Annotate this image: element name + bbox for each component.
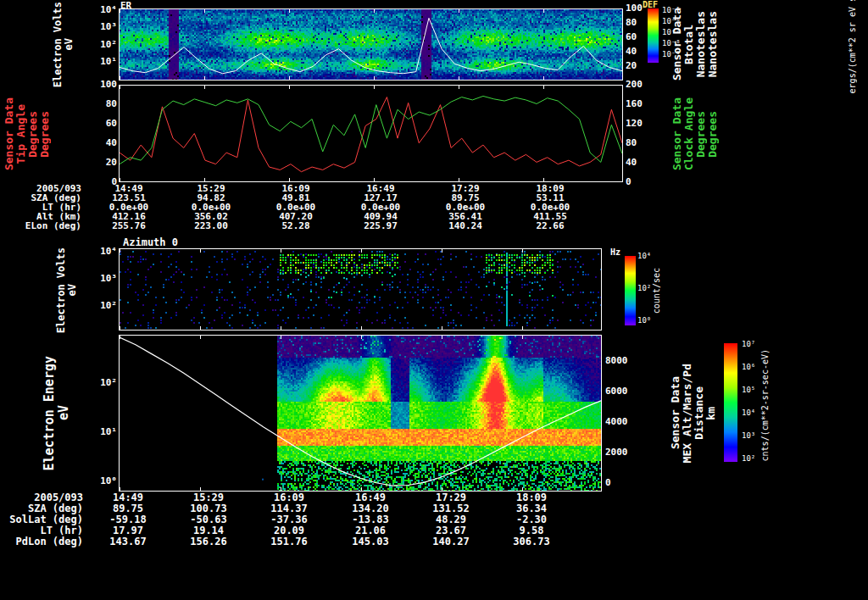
energy-colorbar-tick: 10⁷ <box>742 339 765 349</box>
azimuth-left-tick: 10³ <box>85 274 117 284</box>
axis-label-line: Sensor Data <box>670 376 682 449</box>
angle-right-tick: 200 <box>626 80 651 90</box>
er-left-tick: 10⁴ <box>88 5 117 15</box>
axis-label-line: MEX Alt/Mars/Pd <box>682 364 693 463</box>
axis-label-line: Degrees <box>707 111 719 158</box>
units-text: ergs/(cm**2 sr eV s) <box>848 0 857 93</box>
table-cell: 145.03 <box>341 536 400 547</box>
er-left-tick: 10² <box>88 40 117 50</box>
table-cell: 52.28 <box>266 221 326 231</box>
azimuth-colorbar-tick: 10⁴ <box>637 251 659 261</box>
axis-label-line: Tip Angle <box>15 104 27 164</box>
table-cell: 151.76 <box>259 536 319 547</box>
energy-colorbar-tick: 10⁴ <box>742 408 765 418</box>
energy-left-tick: 10⁰ <box>85 476 117 486</box>
azimuth-spectrogram-panel <box>119 248 602 331</box>
er-spectrogram-panel <box>119 8 623 81</box>
energy-colorbar-tick: 10³ <box>742 431 765 441</box>
angle-right-tick: 160 <box>626 99 651 109</box>
axis-label-line: Sensor Data <box>671 97 683 170</box>
er-right-tick: 40 <box>626 47 651 57</box>
er-colorbar-tick: 10⁻⁹ <box>662 49 687 59</box>
table-row-label: ELon (deg) <box>0 221 81 231</box>
azimuth-panel-title: Azimuth 0 <box>123 236 178 248</box>
axis-label-line: Sensor Data <box>3 97 15 170</box>
azimuth-left-tick: 10⁴ <box>85 247 117 257</box>
angle-left-tick: 80 <box>88 99 117 109</box>
angle-left-tick: 100 <box>88 80 117 90</box>
azimuth-spectrogram-canvas <box>120 249 601 330</box>
er-right-tick: 20 <box>626 61 651 71</box>
energy-spectrogram-panel <box>119 335 602 492</box>
angle-plot-canvas <box>120 86 622 181</box>
energy-colorbar-tick: 10⁶ <box>742 362 765 372</box>
axis-label-line: eV <box>64 38 75 50</box>
energy-colorbar-units: cnts/(cm**2-sr-sec-eV) <box>760 337 770 473</box>
er-right-tick: 80 <box>626 18 651 28</box>
er-colorbar-tick: 10⁻⁸ <box>662 38 687 48</box>
axis-label-line: Nanoteslas <box>707 11 719 77</box>
axis-label-line: Nanoteslas <box>695 11 707 77</box>
er-right-tick: 60 <box>626 32 651 42</box>
azimuth-left-tick: 10² <box>85 301 117 311</box>
energy-right-tick: 6000 <box>605 386 639 397</box>
table-cell: 255.76 <box>99 221 159 231</box>
er-colorbar-units: ergs/(cm**2 sr eV s) <box>848 2 857 83</box>
energy-colorbar-tick: 10² <box>742 453 765 464</box>
energy-left-tick: 10¹ <box>85 427 117 437</box>
table-cell: 143.67 <box>98 536 158 547</box>
plot-page: ER Electron Volts eV Sensor Data Btotal … <box>0 0 868 600</box>
er-left-tick: 10¹ <box>88 57 117 67</box>
axis-label-line: Degrees <box>27 111 39 158</box>
azimuth-colorbar-title: Hz <box>610 247 620 257</box>
energy-colorbar <box>724 343 737 462</box>
angle-left-tick: 40 <box>88 138 117 148</box>
table-cell: 306.73 <box>502 536 561 547</box>
er-left-tick: 10³ <box>88 22 117 32</box>
clock-angle-axis-label: Sensor Data Clock Angle Degrees Degrees <box>671 86 719 181</box>
energy-right-axis-label: Sensor Data MEX Alt/Mars/Pd Distance km <box>670 343 717 483</box>
axis-label-line: Degrees <box>695 111 707 158</box>
energy-left-axis-label: Electron Energy eV <box>42 339 71 487</box>
angle-right-tick: 0 <box>626 177 651 187</box>
er-left-axis-label: Electron Volts eV <box>53 8 75 81</box>
energy-right-tick: 0 <box>605 478 639 488</box>
energy-left-tick: 10² <box>85 378 117 388</box>
energy-colorbar-tick: 10⁵ <box>742 385 765 395</box>
energy-spectrogram-canvas <box>120 336 601 491</box>
angle-plot-panel <box>119 85 623 182</box>
table-row-label: PdLon (deg) <box>0 536 83 547</box>
er-spectrogram-canvas <box>120 9 622 80</box>
table-cell: 156.26 <box>179 536 238 547</box>
energy-right-tick: 4000 <box>605 417 639 427</box>
er-right-tick: 100 <box>626 3 651 14</box>
angle-right-tick: 80 <box>626 138 651 148</box>
azimuth-colorbar <box>625 256 636 325</box>
angle-left-tick: 60 <box>88 119 117 129</box>
energy-right-tick: 2000 <box>605 447 639 458</box>
angle-right-tick: 40 <box>626 158 651 168</box>
table-cell: 140.27 <box>421 536 481 547</box>
er-colorbar-tick: 10⁻⁶ <box>662 16 687 26</box>
angle-right-tick: 120 <box>626 119 651 129</box>
table-cell: 22.66 <box>520 221 580 231</box>
table-cell: 223.00 <box>181 221 241 231</box>
er-colorbar-tick: 10⁻⁵ <box>662 5 687 15</box>
axis-label-line: Clock Angle <box>683 97 695 170</box>
axis-label-line: eV <box>67 284 78 296</box>
er-colorbar-tick: 10⁻⁷ <box>662 27 687 37</box>
axis-label-line: Electron Energy <box>42 356 57 470</box>
azimuth-colorbar-tick: 10⁰ <box>637 315 659 325</box>
azimuth-colorbar-tick: 10² <box>637 283 659 293</box>
energy-right-tick: 8000 <box>605 356 639 366</box>
axis-label-line: km <box>705 407 717 420</box>
angle-left-tick: 20 <box>88 158 117 168</box>
azimuth-left-axis-label: Electron Volts eV <box>56 254 78 326</box>
table-cell: 225.97 <box>351 221 410 231</box>
axis-label-line: Degrees <box>39 111 51 158</box>
tip-angle-axis-label: Sensor Data Tip Angle Degrees Degrees <box>3 86 51 181</box>
axis-label-line: Distance <box>693 386 705 440</box>
table-cell: 140.24 <box>436 221 495 231</box>
axis-label-line: eV <box>57 405 71 420</box>
